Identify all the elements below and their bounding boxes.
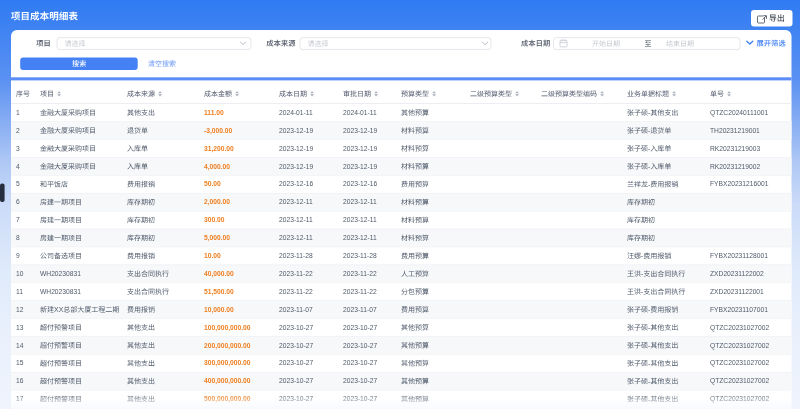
svg-text:QTZC20231027002: QTZC20231027002 — [710, 359, 769, 367]
svg-text:2023-11-07: 2023-11-07 — [343, 306, 377, 313]
svg-text:1: 1 — [16, 109, 20, 116]
svg-text:9: 9 — [16, 252, 20, 259]
svg-text:2023-11-07: 2023-11-07 — [279, 306, 313, 313]
svg-text:RK20231219002: RK20231219002 — [710, 163, 760, 170]
svg-text:FYBX20231216001: FYBX20231216001 — [710, 180, 769, 187]
svg-text:7: 7 — [16, 216, 20, 223]
svg-text:WH20230831: WH20230831 — [40, 288, 81, 295]
svg-text:2023-12-16: 2023-12-16 — [343, 180, 377, 187]
svg-text:10.00: 10.00 — [204, 252, 221, 259]
svg-text:RK20231219003: RK20231219003 — [710, 145, 760, 152]
svg-text:2024-01-11: 2024-01-11 — [279, 109, 313, 116]
svg-text:2023-10-27: 2023-10-27 — [279, 359, 313, 366]
svg-text:2023-12-11: 2023-12-11 — [343, 216, 377, 223]
svg-text:2023-12-11: 2023-12-11 — [343, 234, 377, 241]
svg-text:QTZC20240111001: QTZC20240111001 — [710, 109, 768, 117]
svg-text:2023-12-19: 2023-12-19 — [279, 163, 313, 170]
svg-text:2023-10-27: 2023-10-27 — [279, 342, 313, 349]
svg-text:2023-12-11: 2023-12-11 — [279, 198, 313, 205]
svg-text:2023-11-22: 2023-11-22 — [343, 288, 377, 295]
svg-text:14: 14 — [16, 342, 24, 349]
svg-text:2023-10-27: 2023-10-27 — [343, 377, 377, 384]
svg-text:2023-12-19: 2023-12-19 — [343, 163, 377, 170]
svg-text:2023-11-22: 2023-11-22 — [279, 288, 313, 295]
svg-text:4,000.00: 4,000.00 — [204, 163, 230, 171]
svg-text:5: 5 — [16, 180, 20, 187]
svg-text:300.00: 300.00 — [204, 216, 225, 223]
svg-text:2023-10-27: 2023-10-27 — [343, 324, 377, 331]
svg-text:16: 16 — [16, 377, 24, 384]
svg-text:2023-12-19: 2023-12-19 — [279, 145, 313, 152]
svg-text:2023-12-19: 2023-12-19 — [279, 127, 313, 134]
svg-text:10: 10 — [16, 270, 24, 277]
svg-text:2023-11-28: 2023-11-28 — [279, 252, 313, 259]
svg-text:5,000.00: 5,000.00 — [204, 234, 230, 242]
svg-text:31,200.00: 31,200.00 — [204, 145, 234, 153]
svg-text:100,000,000.00: 100,000,000.00 — [204, 324, 251, 332]
svg-text:8: 8 — [16, 234, 20, 241]
svg-text:11: 11 — [16, 288, 23, 295]
svg-text:XX: XX — [54, 306, 64, 313]
svg-text:40,000.00: 40,000.00 — [204, 270, 234, 278]
svg-text:2023-12-19: 2023-12-19 — [343, 127, 377, 134]
svg-text:FYBX20231107001: FYBX20231107001 — [710, 306, 768, 313]
svg-text:QTZC20231027002: QTZC20231027002 — [710, 342, 769, 350]
svg-text:-3,000.00: -3,000.00 — [204, 127, 233, 135]
svg-text:13: 13 — [16, 324, 24, 331]
svg-text:TH20231219001: TH20231219001 — [710, 127, 760, 134]
svg-text:2023-11-22: 2023-11-22 — [343, 270, 377, 277]
svg-text:10,000.00: 10,000.00 — [204, 306, 234, 314]
svg-text:300,000,000.00: 300,000,000.00 — [204, 359, 251, 367]
svg-text:111.00: 111.00 — [204, 109, 224, 116]
svg-text:2023-11-22: 2023-11-22 — [279, 270, 313, 277]
svg-text:12: 12 — [16, 306, 24, 313]
svg-text:50.00: 50.00 — [204, 180, 221, 187]
svg-text:2023-12-11: 2023-12-11 — [343, 198, 377, 205]
svg-text:2023-12-11: 2023-12-11 — [279, 216, 313, 223]
svg-text:2: 2 — [16, 127, 20, 134]
svg-text:2023-10-27: 2023-10-27 — [343, 342, 377, 349]
svg-text:4: 4 — [16, 163, 20, 170]
svg-text:15: 15 — [16, 359, 24, 366]
svg-text:2023-10-27: 2023-10-27 — [343, 359, 377, 366]
svg-text:ZXD20231122001: ZXD20231122001 — [710, 288, 764, 295]
svg-text:FYBX20231128001: FYBX20231128001 — [710, 252, 768, 259]
svg-text:2023-12-16: 2023-12-16 — [279, 180, 313, 187]
svg-text:2023-12-19: 2023-12-19 — [343, 145, 377, 152]
svg-text:2023-10-27: 2023-10-27 — [279, 324, 313, 331]
svg-text:200,000,000.00: 200,000,000.00 — [204, 342, 251, 350]
svg-text:6: 6 — [16, 198, 20, 205]
svg-text:2023-12-11: 2023-12-11 — [279, 234, 313, 241]
svg-text:2024-01-11: 2024-01-11 — [343, 109, 377, 116]
svg-text:ZXD20231122002: ZXD20231122002 — [710, 270, 764, 277]
svg-text:2023-11-28: 2023-11-28 — [343, 252, 377, 259]
svg-text:WH20230831: WH20230831 — [40, 270, 81, 277]
svg-text:3: 3 — [16, 145, 20, 152]
svg-text:400,000,000.00: 400,000,000.00 — [204, 377, 251, 385]
svg-text:51,500.00: 51,500.00 — [204, 288, 234, 296]
svg-text:2023-10-27: 2023-10-27 — [279, 377, 313, 384]
svg-text:2,000.00: 2,000.00 — [204, 198, 230, 206]
svg-text:QTZC20231027002: QTZC20231027002 — [710, 324, 769, 332]
svg-text:QTZC20231027002: QTZC20231027002 — [710, 377, 769, 385]
